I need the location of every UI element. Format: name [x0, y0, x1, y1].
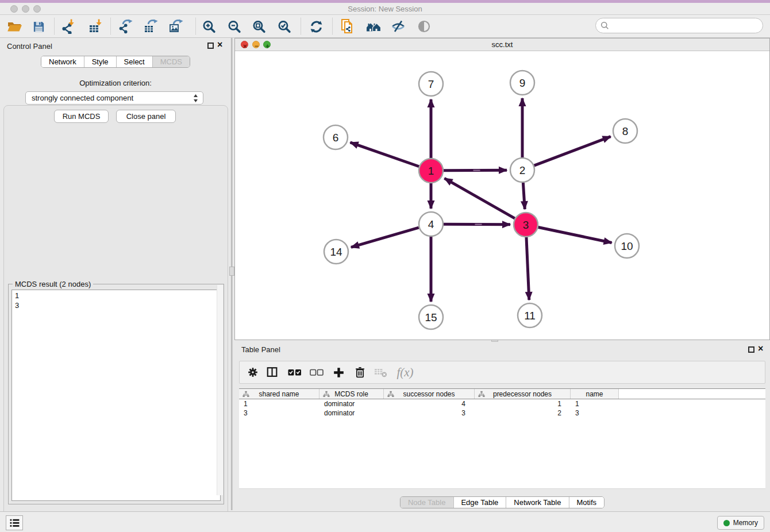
export-image-icon [169, 19, 184, 34]
add-row-button[interactable] [329, 363, 348, 381]
cell-shared-name-row1[interactable]: 1 [239, 399, 319, 408]
edge-1-6[interactable] [350, 142, 419, 167]
tab-node-table[interactable]: Node Table [401, 497, 453, 508]
network-view-frame: scc.txt 7968124314101511 [234, 38, 770, 340]
column-type-icon [242, 391, 249, 398]
table-row[interactable]: 3dominator323 [239, 408, 765, 418]
column-header-shared-name[interactable]: shared name [239, 389, 319, 399]
edge-2-3[interactable] [523, 183, 525, 209]
tab-mcds[interactable]: MCDS [152, 56, 190, 67]
table-header-row: shared nameMCDS rolesuccessor nodesprede… [239, 388, 765, 399]
edge-2-8[interactable] [534, 137, 611, 166]
column-header-label: successor nodes [403, 390, 455, 398]
memory-button[interactable]: Memory [717, 516, 764, 530]
save-floppy-icon [32, 20, 45, 33]
table-panel-float-button[interactable] [748, 346, 754, 353]
network-graph[interactable]: 7968124314101511 [235, 51, 769, 340]
mcds-result-scrollbar[interactable] [217, 285, 223, 495]
cell-name-row2[interactable]: 3 [571, 408, 619, 418]
zoom-in-button[interactable] [198, 17, 220, 36]
vertical-split-handle[interactable] [229, 267, 234, 276]
import-network-button[interactable] [57, 17, 79, 36]
cell-successor-nodes-row1[interactable]: 4 [384, 399, 475, 408]
export-image-button[interactable] [165, 17, 187, 36]
tab-edge-table[interactable]: Edge Table [453, 497, 506, 508]
run-mcds-button[interactable]: Run MCDS [54, 110, 109, 123]
network-canvas[interactable]: 7968124314101511 [235, 51, 769, 340]
tab-select[interactable]: Select [116, 56, 152, 67]
optimization-criterion-dropdown[interactable]: strongly connected component [25, 91, 203, 105]
delete-row-button[interactable] [350, 363, 369, 381]
column-header-label: predecessor nodes [493, 390, 552, 398]
apply-layout-button[interactable] [305, 17, 327, 36]
open-session-button[interactable] [3, 17, 25, 36]
cell-MCDS-role-row1[interactable]: dominator [319, 399, 384, 408]
edge-3-10[interactable] [538, 228, 612, 243]
zoom-fit-button[interactable] [248, 17, 270, 36]
search-input[interactable] [612, 21, 763, 30]
zoom-selected-icon [277, 20, 291, 34]
mcds-result-textarea[interactable]: 1 3 [11, 290, 221, 501]
cell-predecessor-nodes-row1[interactable]: 1 [475, 399, 571, 408]
split-view-button[interactable] [263, 363, 282, 381]
task-history-button[interactable] [6, 515, 23, 530]
delete-table-icon [374, 367, 387, 378]
refresh-icon [309, 20, 324, 34]
status-bar: Memory [0, 511, 770, 532]
cell-predecessor-nodes-row2[interactable]: 2 [475, 408, 571, 418]
dropdown-value: strongly connected component [32, 94, 193, 102]
zoom-selected-button[interactable] [273, 17, 295, 36]
column-header-label: MCDS role [334, 390, 368, 398]
import-table-button[interactable] [85, 17, 107, 36]
table-row[interactable]: 1dominator411 [239, 399, 765, 408]
cell-shared-name-row2[interactable]: 3 [239, 408, 319, 418]
select-all-button[interactable] [285, 363, 305, 381]
column-header-predecessor-nodes[interactable]: predecessor nodes [475, 389, 571, 399]
cell-name-row1[interactable]: 1 [571, 399, 619, 408]
checked-boxes-icon [288, 369, 302, 376]
search-icon [600, 21, 609, 30]
delete-table-button[interactable] [371, 363, 390, 381]
column-header-MCDS-role[interactable]: MCDS role [319, 389, 384, 399]
fx-icon: f(x) [396, 365, 413, 380]
edge-4-14[interactable] [351, 228, 419, 247]
eye-slash-icon [391, 20, 406, 33]
tab-style[interactable]: Style [84, 56, 116, 67]
column-header-label: shared name [259, 390, 299, 398]
hide-panel-button[interactable] [413, 17, 435, 36]
tab-network-table[interactable]: Network Table [506, 497, 568, 508]
deselect-all-button[interactable] [307, 363, 326, 381]
toolbar-separator [195, 18, 196, 34]
trash-icon [354, 366, 366, 379]
function-builder-button[interactable]: f(x) [392, 363, 418, 381]
cell-successor-nodes-row2[interactable]: 3 [384, 408, 475, 418]
close-panel-button[interactable]: Close panel [116, 110, 176, 123]
column-header-successor-nodes[interactable]: successor nodes [384, 389, 475, 399]
export-network-button[interactable] [115, 17, 137, 36]
tab-motifs[interactable]: Motifs [568, 497, 604, 508]
control-panel-tabs: NetworkStyleSelectMCDS [41, 56, 190, 68]
search-field[interactable] [595, 18, 763, 33]
export-table-button[interactable] [140, 17, 162, 36]
column-header-name[interactable]: name [571, 389, 619, 399]
first-neighbors-button[interactable] [363, 17, 384, 36]
tab-network[interactable]: Network [41, 56, 84, 67]
new-network-from-selection-button[interactable] [337, 17, 359, 36]
zoom-out-button[interactable] [223, 17, 245, 36]
edge-3-11[interactable] [526, 237, 529, 300]
edge-3-1[interactable] [444, 178, 514, 218]
cell-MCDS-role-row2[interactable]: dominator [319, 408, 384, 418]
node-label-9: 9 [519, 77, 526, 89]
table-panel-close-button[interactable]: × [758, 345, 763, 352]
show-graphics-details-button[interactable] [387, 17, 409, 36]
node-label-15: 15 [425, 311, 437, 323]
control-panel-close-button[interactable]: × [217, 41, 222, 48]
node-label-8: 8 [622, 125, 629, 137]
node-label-1: 1 [428, 165, 434, 177]
column-settings-button[interactable] [243, 363, 263, 381]
control-panel-float-button[interactable] [207, 43, 214, 49]
edge-label-tick [473, 170, 480, 171]
import-table-icon [88, 19, 103, 34]
columns-icon [266, 366, 279, 379]
save-session-button[interactable] [28, 17, 49, 36]
